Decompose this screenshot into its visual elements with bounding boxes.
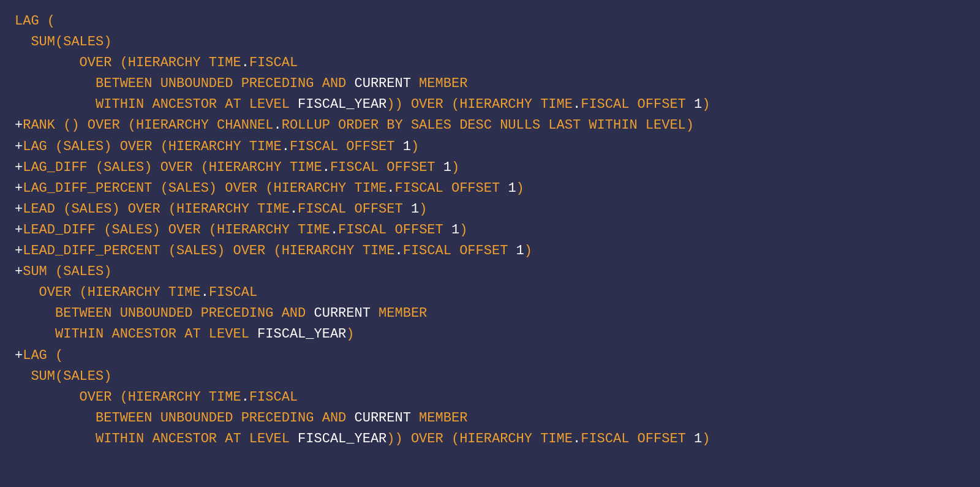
code-segment: RANK () OVER ( (23, 118, 136, 133)
code-segment: 1 (516, 243, 524, 259)
code-segment: HIERARCHY TIME (176, 202, 290, 217)
code-segment: )) OVER ( (386, 431, 459, 447)
code-segment: FISCAL_YEAR (298, 97, 386, 112)
code-line: WITHIN ANCESTOR AT LEVEL FISCAL_YEAR)) O… (15, 94, 965, 115)
code-line: +LEAD (SALES) OVER (HIERARCHY TIME.FISCA… (15, 199, 965, 220)
code-segment: ) (516, 181, 524, 196)
code-segment: BETWEEN UNBOUNDED PRECEDING AND (15, 306, 314, 321)
code-segment: FISCAL_YEAR (298, 431, 386, 447)
code-segment: + (15, 348, 23, 363)
code-segment: 1 (508, 181, 516, 196)
code-segment: FISCAL OFFSET (403, 243, 516, 259)
code-segment: + (15, 222, 23, 238)
code-line: WITHIN ANCESTOR AT LEVEL FISCAL_YEAR)) O… (15, 429, 965, 450)
code-segment: ) (686, 118, 694, 133)
code-line: LAG ( (15, 11, 965, 32)
code-segment: + (15, 264, 23, 279)
code-line: SUM(SALES) (15, 32, 965, 53)
code-segment: MEMBER (411, 76, 467, 91)
code-segment: OVER ( (15, 390, 128, 405)
code-line: BETWEEN UNBOUNDED PRECEDING AND CURRENT … (15, 408, 965, 429)
code-segment: ) (411, 139, 419, 154)
code-segment: LEAD_DIFF (SALES) OVER ( (23, 222, 217, 238)
code-segment: FISCAL OFFSET (338, 222, 451, 238)
code-segment: FISCAL OFFSET (395, 181, 508, 196)
code-segment: WITHIN ANCESTOR AT LEVEL (15, 431, 298, 447)
code-segment: OVER ( (15, 285, 88, 300)
code-segment: OVER ( (15, 55, 128, 70)
code-line: OVER (HIERARCHY TIME.FISCAL (15, 53, 965, 74)
code-segment: SUM(SALES) (15, 34, 111, 50)
code-line: SUM(SALES) (15, 366, 965, 387)
code-segment: ) (451, 160, 459, 175)
code-segment: FISCAL OFFSET (581, 97, 694, 112)
code-segment: ) (419, 202, 427, 217)
code-segment: HIERARCHY TIME (168, 139, 282, 154)
code-segment: HIERARCHY TIME (273, 181, 386, 196)
code-segment: . (322, 160, 330, 175)
code-segment: )) OVER ( (386, 97, 459, 112)
code-line: +LEAD_DIFF_PERCENT (SALES) OVER (HIERARC… (15, 241, 965, 262)
code-segment: ) (702, 431, 710, 447)
code-segment: FISCAL (249, 390, 298, 405)
code-segment: FISCAL OFFSET (330, 160, 443, 175)
code-segment: LAG_DIFF (SALES) OVER ( (23, 160, 209, 175)
code-segment: HIERARCHY TIME (209, 160, 322, 175)
code-segment: BETWEEN UNBOUNDED PRECEDING AND (15, 76, 355, 91)
code-line: OVER (HIERARCHY TIME.FISCAL (15, 387, 965, 408)
code-segment: CURRENT (314, 306, 370, 321)
code-segment: + (15, 139, 23, 154)
code-segment: . (282, 139, 290, 154)
code-segment: LAG_DIFF_PERCENT (SALES) OVER ( (23, 181, 273, 196)
code-segment: . (573, 97, 581, 112)
code-segment: BETWEEN UNBOUNDED PRECEDING AND (15, 410, 355, 426)
code-segment: . (386, 181, 394, 196)
code-segment: LEAD (SALES) OVER ( (23, 202, 176, 217)
code-segment: 1 (694, 431, 702, 447)
code-segment: 1 (443, 160, 451, 175)
code-segment: FISCAL OFFSET (290, 139, 403, 154)
code-segment: HIERARCHY TIME (217, 222, 330, 238)
code-line: +LEAD_DIFF (SALES) OVER (HIERARCHY TIME.… (15, 220, 965, 241)
code-segment: FISCAL OFFSET (581, 431, 694, 447)
code-segment: MEMBER (411, 410, 467, 426)
code-segment: WITHIN ANCESTOR AT LEVEL (15, 97, 298, 112)
code-line: OVER (HIERARCHY TIME.FISCAL (15, 282, 965, 303)
code-segment: HIERARCHY TIME (282, 243, 395, 259)
code-segment: WITHIN ANCESTOR AT LEVEL (15, 327, 257, 342)
code-segment: HIERARCHY TIME (459, 431, 573, 447)
code-segment: . (241, 55, 249, 70)
code-segment: SUM(SALES) (15, 369, 111, 384)
code-segment: 1 (451, 222, 459, 238)
code-segment: HIERARCHY TIME (88, 285, 201, 300)
code-segment: HIERARCHY TIME (128, 55, 241, 70)
code-segment: . (290, 202, 298, 217)
code-segment: CURRENT (355, 410, 411, 426)
code-segment: . (573, 431, 581, 447)
code-segment: ) (346, 327, 354, 342)
code-line: WITHIN ANCESTOR AT LEVEL FISCAL_YEAR) (15, 324, 965, 345)
code-line: BETWEEN UNBOUNDED PRECEDING AND CURRENT … (15, 303, 965, 324)
code-segment: HIERARCHY TIME (459, 97, 573, 112)
code-segment: . (241, 390, 249, 405)
code-segment: . (395, 243, 403, 259)
code-segment: + (15, 181, 23, 196)
code-segment: CURRENT (355, 76, 411, 91)
code-segment: + (15, 160, 23, 175)
code-segment: LAG (SALES) OVER ( (23, 139, 168, 154)
code-segment: FISCAL (209, 285, 257, 300)
code-segment: HIERARCHY TIME (128, 390, 241, 405)
code-line: +SUM (SALES) (15, 262, 965, 282)
code-line: +LAG_DIFF_PERCENT (SALES) OVER (HIERARCH… (15, 178, 965, 199)
code-line: +LAG (SALES) OVER (HIERARCHY TIME.FISCAL… (15, 137, 965, 157)
code-segment: 1 (694, 97, 702, 112)
code-segment: LAG ( (15, 13, 55, 29)
code-segment: . (273, 118, 281, 133)
code-segment: + (15, 118, 23, 133)
code-segment: ) (702, 97, 710, 112)
code-line: +RANK () OVER (HIERARCHY CHANNEL.ROLLUP … (15, 115, 965, 136)
code-segment: ROLLUP ORDER BY SALES DESC NULLS LAST WI… (282, 118, 686, 133)
code-segment: ) (459, 222, 467, 238)
code-segment: HIERARCHY CHANNEL (136, 118, 273, 133)
code-segment: FISCAL OFFSET (298, 202, 411, 217)
